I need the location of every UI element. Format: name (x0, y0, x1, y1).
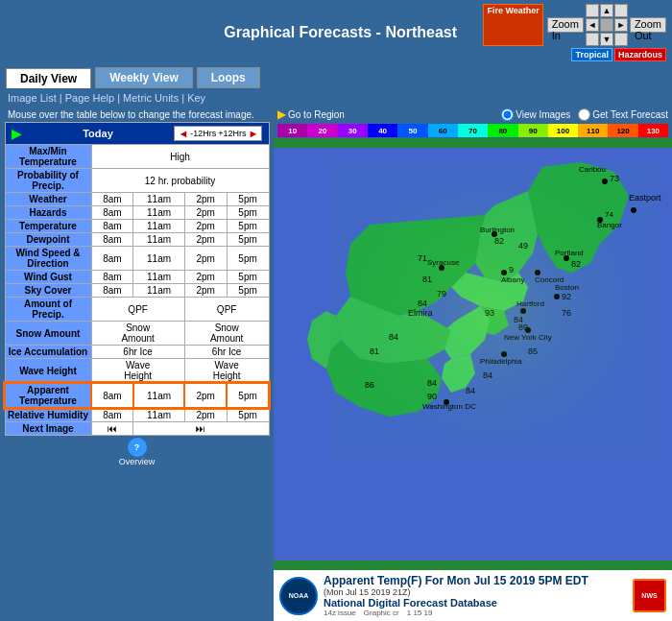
cell-precip-qpf2[interactable]: QPF (184, 298, 269, 322)
cell-sky-11am[interactable]: 11am (133, 284, 184, 298)
cell-dew-11am[interactable]: 11am (133, 233, 184, 247)
tab-weekly[interactable]: Weekly View (95, 67, 193, 88)
row-snowamount: Snow Amount SnowAmount SnowAmount (5, 322, 269, 346)
label-maxmin: Max/MinTemperature (5, 145, 91, 169)
row-nextimage: Next Image ⏮ ⏭ (5, 422, 269, 436)
cell-precip-qpf1[interactable]: QPF (91, 298, 184, 322)
label-windspeed: Wind Speed &Direction (5, 247, 91, 271)
tab-daily[interactable]: Daily View (6, 68, 91, 88)
cell-rh-11am[interactable]: 11am (133, 408, 184, 422)
nws-logo: NWS (633, 579, 666, 612)
next-image-button[interactable]: ⏭ (133, 422, 269, 436)
label-dewpoint: Dewpoint (5, 233, 91, 247)
cell-precip-prob[interactable]: 12 hr. probability (91, 169, 269, 193)
cell-temp-2pm[interactable]: 2pm (184, 220, 227, 233)
cell-wind-2pm[interactable]: 2pm (184, 247, 227, 271)
label-weather: Weather (5, 193, 91, 206)
scale-40: 40 (368, 124, 397, 137)
scale-30: 30 (338, 124, 368, 137)
view-images-option[interactable]: View Images (501, 108, 570, 121)
cell-snow2[interactable]: SnowAmount (184, 322, 269, 346)
label-precip: Probability ofPrecip. (5, 169, 91, 193)
cell-wave1[interactable]: WaveHeight (91, 359, 184, 384)
today-header-row: ▶ Today ◄ -12Hrs +12Hrs ► (5, 123, 269, 145)
dir-w-button[interactable]: ◄ (586, 18, 599, 32)
cell-temp-5pm[interactable]: 5pm (227, 220, 269, 233)
link-metric-units[interactable]: Metric Units (123, 92, 179, 104)
cell-rh-2pm[interactable]: 2pm (184, 408, 227, 422)
get-text-radio[interactable] (578, 108, 590, 121)
link-key[interactable]: Key (187, 92, 205, 104)
cell-wave2[interactable]: WaveHeight (184, 359, 269, 384)
cell-hazards-5pm[interactable]: 5pm (227, 206, 269, 220)
label-snowamount: Snow Amount (5, 322, 91, 346)
view-images-radio[interactable] (501, 108, 514, 121)
link-bar: Image List | Page Help | Metric Units | … (0, 90, 672, 106)
dir-n-button[interactable]: ▲ (600, 4, 613, 17)
today-header-cell: ▶ Today ◄ -12Hrs +12Hrs ► (5, 123, 269, 145)
scale-120: 120 (608, 124, 637, 137)
cell-weather-2pm[interactable]: 2pm (184, 193, 227, 206)
cell-weather-11am[interactable]: 11am (133, 193, 184, 206)
dir-e-button[interactable]: ► (614, 18, 628, 32)
label-waveheight: Wave Height (5, 359, 91, 384)
tab-loops[interactable]: Loops (197, 67, 260, 88)
cell-hazards-11am[interactable]: 11am (133, 206, 184, 220)
go-to-region-button[interactable]: ▶ Go to Region (277, 107, 345, 121)
cell-gust-11am[interactable]: 11am (133, 271, 184, 284)
prev-12hrs-button[interactable]: ◄ (178, 128, 188, 139)
dir-ne-button[interactable] (614, 4, 628, 17)
cell-ice2[interactable]: 6hr Ice (184, 346, 269, 359)
cell-snow1[interactable]: SnowAmount (91, 322, 184, 346)
scale-130: 130 (638, 124, 668, 137)
cell-dew-8am[interactable]: 8am (91, 233, 133, 247)
cell-dew-5pm[interactable]: 5pm (227, 233, 269, 247)
link-page-help[interactable]: Page Help (65, 92, 114, 104)
caption-text-area: Apparent Temp(F) For Mon Jul 15 2019 5PM… (324, 574, 627, 617)
cell-apparent-5pm[interactable]: 5pm (227, 383, 269, 408)
dir-se-button[interactable] (614, 33, 628, 46)
fire-weather-link[interactable]: Fire Weather (483, 4, 542, 46)
cell-weather-5pm[interactable]: 5pm (227, 193, 269, 206)
cell-wind-5pm[interactable]: 5pm (227, 247, 269, 271)
scale-60: 60 (428, 124, 458, 137)
cell-rh-5pm[interactable]: 5pm (227, 408, 269, 422)
cell-wind-8am[interactable]: 8am (91, 247, 133, 271)
map-container[interactable]: 73 Caribou Eastport 74 Bangor Burlington (274, 138, 672, 570)
overview-icon: ? (128, 438, 147, 457)
next-12hrs-button[interactable]: ► (249, 128, 259, 139)
label-nextimage: Next Image (5, 422, 91, 436)
row-hazards: Hazards 8am 11am 2pm 5pm (5, 206, 269, 220)
cell-sky-8am[interactable]: 8am (91, 284, 133, 298)
cell-rh-8am[interactable]: 8am (91, 408, 133, 422)
cell-temp-11am[interactable]: 11am (133, 220, 184, 233)
cell-gust-2pm[interactable]: 2pm (184, 271, 227, 284)
cell-sky-2pm[interactable]: 2pm (184, 284, 227, 298)
scale-90: 90 (518, 124, 548, 137)
cell-weather-8am[interactable]: 8am (91, 193, 133, 206)
cell-hazards-2pm[interactable]: 2pm (184, 206, 227, 220)
zoom-out-button[interactable]: ZoomOut (630, 17, 666, 33)
link-image-list[interactable]: Image List (8, 92, 57, 104)
zoom-in-button[interactable]: ZoomIn (547, 17, 584, 33)
cell-apparent-8am[interactable]: 8am (91, 383, 133, 408)
tropical-link[interactable]: Tropical (571, 48, 612, 61)
cell-sky-5pm[interactable]: 5pm (227, 284, 269, 298)
label-windgust: Wind Gust (5, 271, 91, 284)
cell-dew-2pm[interactable]: 2pm (184, 233, 227, 247)
cell-hazards-8am[interactable]: 8am (91, 206, 133, 220)
cell-temp-8am[interactable]: 8am (91, 220, 133, 233)
cell-apparent-11am[interactable]: 11am (133, 383, 184, 408)
dir-s-button[interactable]: ▼ (600, 33, 613, 46)
get-text-option[interactable]: Get Text Forecast (578, 108, 668, 121)
cell-apparent-2pm[interactable]: 2pm (184, 383, 227, 408)
cell-gust-5pm[interactable]: 5pm (227, 271, 269, 284)
dir-nw-button[interactable] (586, 4, 599, 17)
cell-maxmin-high[interactable]: High (91, 145, 269, 169)
cell-wind-11am[interactable]: 11am (133, 247, 184, 271)
hazardous-link[interactable]: Hazardous (614, 48, 666, 61)
dir-sw-button[interactable] (586, 33, 599, 46)
cell-ice1[interactable]: 6hr Ice (91, 346, 184, 359)
prev-image-button[interactable]: ⏮ (91, 422, 133, 436)
cell-gust-8am[interactable]: 8am (91, 271, 133, 284)
